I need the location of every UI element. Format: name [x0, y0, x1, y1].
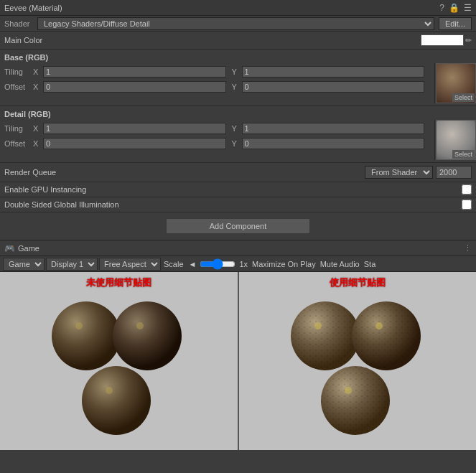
render-queue-label: Render Queue [4, 168, 365, 177]
game-viewport: 未使用细节贴图 [0, 272, 476, 450]
svg-point-8 [106, 387, 113, 394]
aspect-ratio-dropdown[interactable]: Free Aspect [99, 258, 161, 271]
display-number-dropdown[interactable]: Display 1 [46, 258, 98, 271]
detail-offset-label: Offset [4, 139, 33, 148]
panel-title: Eevee (Material) [4, 4, 62, 12]
svg-point-7 [82, 366, 151, 435]
detail-rgb-fields: Tiling X Y Offset X Y [0, 120, 434, 160]
double-sided-checkbox[interactable] [462, 200, 472, 210]
render-queue-value[interactable] [436, 166, 472, 179]
main-color-row: Main Color ✏ [0, 32, 476, 50]
stats-label: Sta [364, 260, 376, 268]
base-rgb-header: Base (RGB) [0, 52, 476, 63]
gpu-instancing-label: Enable GPU Instancing [4, 185, 86, 194]
menu-icon[interactable]: ☰ [464, 3, 472, 13]
add-component-container: Add Component [0, 212, 476, 240]
detail-offset-x-input[interactable] [43, 138, 226, 149]
detail-tiling-y-input[interactable] [242, 123, 425, 134]
detail-tiling-x-input[interactable] [43, 123, 226, 134]
game-panel: 🎮 Game ⋮ Game Display 1 Free Aspect Scal… [0, 240, 476, 450]
main-color-swatch[interactable] [421, 34, 464, 46]
detail-tiling-label: Tiling [4, 124, 33, 133]
gpu-instancing-row: Enable GPU Instancing [0, 182, 476, 197]
detail-rgb-thumb-container: Select [434, 120, 476, 160]
svg-point-19 [352, 301, 421, 370]
scale-value: 1x [239, 260, 248, 268]
double-sided-label: Double Sided Global Illumination [4, 200, 119, 209]
edit-button[interactable]: Edit... [439, 17, 472, 30]
title-bar-actions: ? 🔒 ☰ [439, 3, 472, 13]
game-tab-bar: 🎮 Game ⋮ [0, 240, 476, 256]
detail-rgb-header: Detail (RGB) [0, 108, 476, 120]
base-select-button[interactable]: Select [452, 93, 475, 102]
base-offset-y-input[interactable] [242, 81, 425, 93]
base-tiling-y-label: Y [232, 67, 241, 76]
render-queue-dropdown[interactable]: From Shader [365, 166, 433, 179]
scale-min-icon: ◄ [189, 260, 197, 268]
detail-tiling-y-label: Y [232, 124, 241, 133]
detail-offset-x-label: X [33, 139, 42, 148]
scale-label: Scale [164, 260, 184, 268]
game-tab-icon: 🎮 [4, 243, 15, 253]
base-offset-label: Offset [4, 83, 33, 91]
game-tab-title: Game [18, 244, 39, 253]
lock-icon[interactable]: 🔒 [449, 3, 459, 13]
detail-tiling-row: Tiling X Y [4, 121, 430, 136]
left-label: 未使用细节贴图 [86, 276, 151, 289]
double-sided-row: Double Sided Global Illumination [0, 197, 476, 212]
add-component-button[interactable]: Add Component [166, 218, 311, 234]
game-display-dropdown[interactable]: Game [3, 258, 45, 271]
right-label: 使用细节贴图 [330, 276, 386, 289]
detail-offset-y-input[interactable] [242, 138, 425, 149]
svg-point-3 [52, 301, 121, 370]
detail-rgb-group: Detail (RGB) Tiling X Y Offset X Y Selec… [0, 106, 476, 163]
base-rgb-section: Tiling X Y Offset X Y Select [0, 63, 476, 103]
base-offset-y-label: Y [232, 83, 241, 91]
main-color-label: Main Color [4, 36, 42, 45]
shader-dropdown[interactable]: Legacy Shaders/Diffuse Detail [37, 17, 434, 30]
detail-tiling-x-label: X [33, 124, 42, 133]
game-left-panel: 未使用细节贴图 [0, 272, 239, 450]
title-bar: Eevee (Material) ? 🔒 ☰ [0, 0, 476, 16]
base-rgb-fields: Tiling X Y Offset X Y [0, 63, 434, 103]
base-tiling-x-input[interactable] [43, 66, 226, 78]
left-spheres-svg [47, 286, 190, 436]
game-right-panel: 使用细节贴图 [239, 272, 477, 450]
shader-label: Shader [4, 19, 33, 28]
eyedropper-button[interactable]: ✏ [465, 36, 472, 45]
render-queue-row: Render Queue From Shader [0, 163, 476, 182]
main-color-controls: ✏ [421, 34, 472, 46]
left-spheres-bg [0, 272, 238, 450]
help-icon[interactable]: ? [439, 3, 444, 13]
gpu-instancing-checkbox[interactable] [462, 184, 472, 195]
detail-offset-row: Offset X Y [4, 136, 430, 151]
base-offset-x-label: X [33, 83, 42, 91]
right-spheres-bg [239, 272, 477, 450]
game-tab-menu[interactable]: ⋮ [464, 243, 472, 253]
maximize-on-play-button[interactable]: Maximize On Play [251, 260, 317, 268]
right-spheres-svg [286, 286, 429, 436]
game-toolbar: Game Display 1 Free Aspect Scale ◄ 1x Ma… [0, 256, 476, 272]
base-rgb-thumb-container: Select [434, 63, 476, 103]
mute-audio-button[interactable]: Mute Audio [319, 260, 361, 268]
detail-rgb-section: Tiling X Y Offset X Y Select [0, 120, 476, 160]
base-rgb-group: Base (RGB) Tiling X Y Offset X Y [0, 50, 476, 106]
base-tiling-label: Tiling [4, 67, 33, 76]
svg-point-22 [321, 366, 390, 435]
scale-container: Scale ◄ 1x [162, 259, 249, 269]
base-tiling-y-input[interactable] [242, 66, 425, 78]
detail-select-button[interactable]: Select [452, 150, 475, 159]
base-tiling-x-label: X [33, 67, 42, 76]
scale-slider[interactable] [200, 259, 235, 269]
base-tiling-row: Tiling X Y [4, 65, 430, 79]
shader-row: Shader Legacy Shaders/Diffuse Detail Edi… [0, 16, 476, 32]
detail-offset-y-label: Y [232, 139, 241, 148]
svg-point-6 [136, 322, 144, 329]
svg-point-5 [113, 301, 182, 370]
game-content: 未使用细节贴图 [0, 272, 476, 450]
base-offset-x-input[interactable] [43, 81, 226, 93]
svg-point-4 [75, 322, 83, 329]
svg-point-17 [314, 322, 322, 329]
svg-point-20 [375, 322, 383, 329]
svg-point-16 [291, 301, 360, 370]
